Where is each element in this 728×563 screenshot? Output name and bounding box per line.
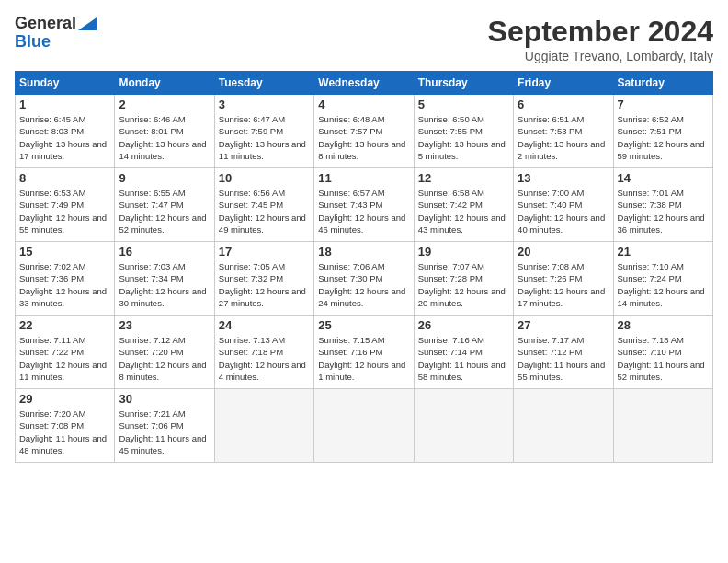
day-number: 15 (19, 245, 110, 259)
day-number: 7 (618, 98, 709, 111)
col-header-tuesday: Tuesday (214, 72, 313, 95)
day-number: 24 (219, 318, 310, 332)
day-number: 8 (19, 171, 110, 185)
day-number: 6 (518, 98, 609, 111)
day-number: 28 (618, 318, 709, 332)
day-number: 27 (518, 318, 609, 332)
day-number: 2 (119, 98, 210, 111)
day-info: Sunrise: 6:55 AM Sunset: 7:47 PM Dayligh… (119, 187, 210, 236)
day-info: Sunrise: 7:20 AM Sunset: 7:08 PM Dayligh… (19, 408, 110, 456)
day-number: 1 (19, 98, 110, 111)
day-number: 10 (219, 171, 310, 185)
day-info: Sunrise: 7:00 AM Sunset: 7:40 PM Dayligh… (518, 187, 609, 236)
day-number: 22 (19, 318, 110, 332)
day-number: 4 (318, 98, 409, 111)
day-cell-10: 10 Sunrise: 6:56 AM Sunset: 7:45 PM Dayl… (214, 168, 313, 242)
day-info: Sunrise: 7:15 AM Sunset: 7:16 PM Dayligh… (318, 334, 409, 383)
day-info: Sunrise: 6:53 AM Sunset: 7:49 PM Dayligh… (19, 187, 110, 236)
day-number: 18 (318, 245, 409, 259)
day-info: Sunrise: 6:58 AM Sunset: 7:42 PM Dayligh… (418, 187, 509, 236)
day-info: Sunrise: 7:06 AM Sunset: 7:30 PM Dayligh… (318, 260, 409, 309)
day-info: Sunrise: 6:47 AM Sunset: 7:59 PM Dayligh… (219, 113, 310, 162)
day-info: Sunrise: 7:02 AM Sunset: 7:36 PM Dayligh… (19, 260, 110, 309)
day-info: Sunrise: 7:03 AM Sunset: 7:34 PM Dayligh… (119, 260, 210, 309)
day-cell-30: 30 Sunrise: 7:21 AM Sunset: 7:06 PM Dayl… (115, 389, 214, 463)
day-cell-11: 11 Sunrise: 6:57 AM Sunset: 7:43 PM Dayl… (314, 168, 414, 242)
day-number: 25 (318, 318, 409, 332)
header-row: SundayMondayTuesdayWednesdayThursdayFrid… (16, 72, 713, 95)
day-number: 12 (418, 171, 509, 185)
page-header: General Blue September 2024 Uggiate Trev… (15, 15, 713, 63)
logo-blue: Blue (15, 33, 51, 52)
day-info: Sunrise: 6:57 AM Sunset: 7:43 PM Dayligh… (318, 187, 409, 236)
week-row-2: 8 Sunrise: 6:53 AM Sunset: 7:49 PM Dayli… (16, 168, 713, 242)
day-cell-12: 12 Sunrise: 6:58 AM Sunset: 7:42 PM Dayl… (414, 168, 513, 242)
day-cell-15: 15 Sunrise: 7:02 AM Sunset: 7:36 PM Dayl… (16, 242, 115, 316)
day-cell-27: 27 Sunrise: 7:17 AM Sunset: 7:12 PM Dayl… (514, 316, 613, 389)
day-cell-4: 4 Sunrise: 6:48 AM Sunset: 7:57 PM Dayli… (314, 95, 414, 168)
day-cell-2: 2 Sunrise: 6:46 AM Sunset: 8:01 PM Dayli… (115, 95, 214, 168)
day-number: 20 (518, 245, 609, 259)
day-number: 5 (418, 98, 509, 111)
day-cell-28: 28 Sunrise: 7:18 AM Sunset: 7:10 PM Dayl… (613, 316, 712, 389)
day-info: Sunrise: 7:21 AM Sunset: 7:06 PM Dayligh… (119, 408, 210, 456)
month-title: September 2024 (488, 15, 713, 49)
col-header-monday: Monday (115, 72, 214, 95)
empty-cell (414, 389, 513, 463)
day-cell-13: 13 Sunrise: 7:00 AM Sunset: 7:40 PM Dayl… (514, 168, 613, 242)
day-cell-9: 9 Sunrise: 6:55 AM Sunset: 7:47 PM Dayli… (115, 168, 214, 242)
day-cell-21: 21 Sunrise: 7:10 AM Sunset: 7:24 PM Dayl… (613, 242, 712, 316)
day-number: 9 (119, 171, 210, 185)
day-cell-23: 23 Sunrise: 7:12 AM Sunset: 7:20 PM Dayl… (115, 316, 214, 389)
empty-cell (314, 389, 414, 463)
day-cell-5: 5 Sunrise: 6:50 AM Sunset: 7:55 PM Dayli… (414, 95, 513, 168)
title-block: September 2024 Uggiate Trevano, Lombardy… (488, 15, 713, 63)
day-info: Sunrise: 7:08 AM Sunset: 7:26 PM Dayligh… (518, 260, 609, 309)
day-cell-6: 6 Sunrise: 6:51 AM Sunset: 7:53 PM Dayli… (514, 95, 613, 168)
day-cell-26: 26 Sunrise: 7:16 AM Sunset: 7:14 PM Dayl… (414, 316, 513, 389)
col-header-friday: Friday (514, 72, 613, 95)
week-row-5: 29 Sunrise: 7:20 AM Sunset: 7:08 PM Dayl… (16, 389, 713, 463)
col-header-sunday: Sunday (16, 72, 115, 95)
day-info: Sunrise: 6:45 AM Sunset: 8:03 PM Dayligh… (19, 113, 110, 162)
day-cell-19: 19 Sunrise: 7:07 AM Sunset: 7:28 PM Dayl… (414, 242, 513, 316)
day-info: Sunrise: 7:13 AM Sunset: 7:18 PM Dayligh… (219, 334, 310, 383)
day-cell-20: 20 Sunrise: 7:08 AM Sunset: 7:26 PM Dayl… (514, 242, 613, 316)
day-info: Sunrise: 7:05 AM Sunset: 7:32 PM Dayligh… (219, 260, 310, 309)
day-info: Sunrise: 6:52 AM Sunset: 7:51 PM Dayligh… (618, 113, 709, 162)
day-info: Sunrise: 7:18 AM Sunset: 7:10 PM Dayligh… (618, 334, 709, 383)
day-info: Sunrise: 7:07 AM Sunset: 7:28 PM Dayligh… (418, 260, 509, 309)
location: Uggiate Trevano, Lombardy, Italy (488, 49, 713, 63)
week-row-3: 15 Sunrise: 7:02 AM Sunset: 7:36 PM Dayl… (16, 242, 713, 316)
day-cell-16: 16 Sunrise: 7:03 AM Sunset: 7:34 PM Dayl… (115, 242, 214, 316)
day-cell-1: 1 Sunrise: 6:45 AM Sunset: 8:03 PM Dayli… (16, 95, 115, 168)
day-cell-24: 24 Sunrise: 7:13 AM Sunset: 7:18 PM Dayl… (214, 316, 313, 389)
day-cell-22: 22 Sunrise: 7:11 AM Sunset: 7:22 PM Dayl… (16, 316, 115, 389)
day-cell-14: 14 Sunrise: 7:01 AM Sunset: 7:38 PM Dayl… (613, 168, 712, 242)
day-info: Sunrise: 6:46 AM Sunset: 8:01 PM Dayligh… (119, 113, 210, 162)
logo: General Blue (15, 15, 97, 52)
day-info: Sunrise: 6:48 AM Sunset: 7:57 PM Dayligh… (318, 113, 409, 162)
empty-cell (613, 389, 712, 463)
day-cell-17: 17 Sunrise: 7:05 AM Sunset: 7:32 PM Dayl… (214, 242, 313, 316)
day-info: Sunrise: 7:17 AM Sunset: 7:12 PM Dayligh… (518, 334, 609, 383)
day-info: Sunrise: 6:50 AM Sunset: 7:55 PM Dayligh… (418, 113, 509, 162)
day-number: 17 (219, 245, 310, 259)
day-number: 29 (19, 392, 110, 406)
day-info: Sunrise: 7:16 AM Sunset: 7:14 PM Dayligh… (418, 334, 509, 383)
day-number: 21 (618, 245, 709, 259)
day-number: 26 (418, 318, 509, 332)
day-number: 30 (119, 392, 210, 406)
day-info: Sunrise: 7:10 AM Sunset: 7:24 PM Dayligh… (618, 260, 709, 309)
week-row-1: 1 Sunrise: 6:45 AM Sunset: 8:03 PM Dayli… (16, 95, 713, 168)
empty-cell (214, 389, 313, 463)
week-row-4: 22 Sunrise: 7:11 AM Sunset: 7:22 PM Dayl… (16, 316, 713, 389)
col-header-saturday: Saturday (613, 72, 712, 95)
day-cell-25: 25 Sunrise: 7:15 AM Sunset: 7:16 PM Dayl… (314, 316, 414, 389)
svg-marker-0 (78, 17, 97, 30)
empty-cell (514, 389, 613, 463)
col-header-wednesday: Wednesday (314, 72, 414, 95)
day-info: Sunrise: 6:56 AM Sunset: 7:45 PM Dayligh… (219, 187, 310, 236)
day-cell-8: 8 Sunrise: 6:53 AM Sunset: 7:49 PM Dayli… (16, 168, 115, 242)
day-cell-29: 29 Sunrise: 7:20 AM Sunset: 7:08 PM Dayl… (16, 389, 115, 463)
